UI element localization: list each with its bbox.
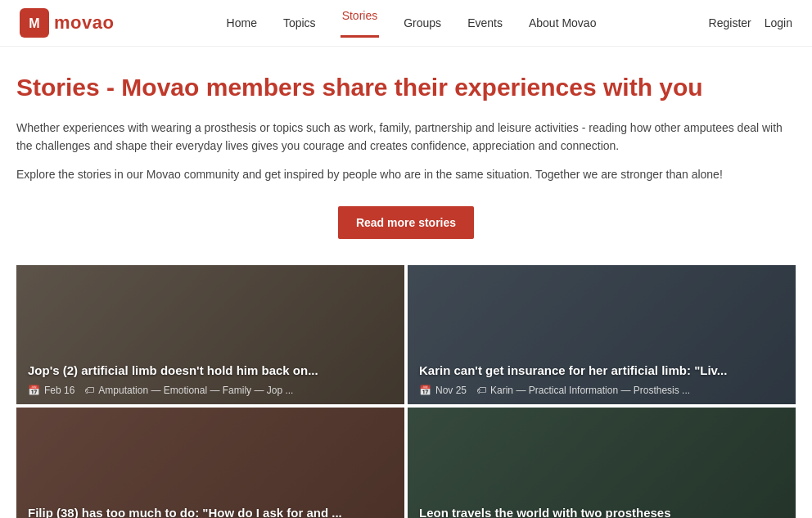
- main-content: Stories - Movao members share their expe…: [0, 47, 812, 518]
- story-card-4[interactable]: Leon travels the world with two prosthes…: [408, 408, 796, 518]
- story-4-title: Leon travels the world with two prosthes…: [419, 505, 784, 518]
- story-3-title: Filip (38) has too much to do: "How do I…: [28, 505, 393, 518]
- story-1-tags: Amputation — Emotional — Family — Jop ..…: [98, 385, 293, 396]
- nav-groups[interactable]: Groups: [402, 16, 443, 29]
- story-card-3[interactable]: Filip (38) has too much to do: "How do I…: [16, 408, 404, 518]
- story-grid: Jop's (2) artificial limb doesn't hold h…: [16, 265, 796, 518]
- story-2-meta: 📅 Nov 25 🏷 Karin — Practical Information…: [419, 385, 784, 396]
- story-2-tags: Karin — Practical Information — Prosthes…: [490, 385, 690, 396]
- nav-events[interactable]: Events: [466, 16, 504, 29]
- story-1-meta: 📅 Feb 16 🏷 Amputation — Emotional — Fami…: [28, 385, 393, 396]
- calendar-icon-1: 📅: [28, 385, 40, 396]
- story-1-date: Feb 16: [44, 385, 74, 396]
- nav-about[interactable]: About Movao: [527, 16, 598, 29]
- story-1-content: Jop's (2) artificial limb doesn't hold h…: [16, 353, 404, 405]
- story-1-tags-item: 🏷 Amputation — Emotional — Family — Jop …: [84, 385, 293, 396]
- story-card-1[interactable]: Jop's (2) artificial limb doesn't hold h…: [16, 265, 404, 404]
- tag-icon-2: 🏷: [476, 385, 486, 396]
- description-2: Explore the stories in our Movao communi…: [16, 165, 796, 183]
- main-nav: Home Topics Stories Groups Events About …: [225, 9, 598, 38]
- story-2-date-item: 📅 Nov 25: [419, 385, 467, 396]
- read-more-stories-button[interactable]: Read more stories: [338, 206, 474, 239]
- story-2-title: Karin can't get insurance for her artifi…: [419, 363, 784, 379]
- story-4-content: Leon travels the world with two prosthes…: [408, 495, 796, 518]
- logo-link[interactable]: M movao: [20, 8, 114, 38]
- calendar-icon-2: 📅: [419, 385, 431, 396]
- page-title: Stories - Movao members share their expe…: [16, 73, 796, 102]
- story-3-content: Filip (38) has too much to do: "How do I…: [16, 495, 404, 518]
- story-1-date-item: 📅 Feb 16: [28, 385, 74, 396]
- auth-area: Register Login: [709, 16, 792, 29]
- story-2-content: Karin can't get insurance for her artifi…: [408, 353, 796, 405]
- tag-icon-1: 🏷: [84, 385, 94, 396]
- story-1-title: Jop's (2) artificial limb doesn't hold h…: [28, 363, 393, 379]
- story-2-tags-item: 🏷 Karin — Practical Information — Prosth…: [476, 385, 690, 396]
- register-link[interactable]: Register: [709, 16, 751, 29]
- story-2-date: Nov 25: [435, 385, 467, 396]
- description-1: Whether experiences with wearing a prost…: [16, 119, 796, 155]
- nav-stories[interactable]: Stories: [341, 9, 380, 38]
- site-header: M movao Home Topics Stories Groups Event…: [0, 0, 812, 47]
- nav-topics[interactable]: Topics: [282, 16, 318, 29]
- nav-home[interactable]: Home: [225, 16, 259, 29]
- logo-text: movao: [54, 12, 114, 34]
- svg-text:M: M: [29, 16, 39, 30]
- story-card-2[interactable]: Karin can't get insurance for her artifi…: [408, 265, 796, 404]
- logo-icon: M: [20, 8, 49, 38]
- login-link[interactable]: Login: [765, 16, 792, 29]
